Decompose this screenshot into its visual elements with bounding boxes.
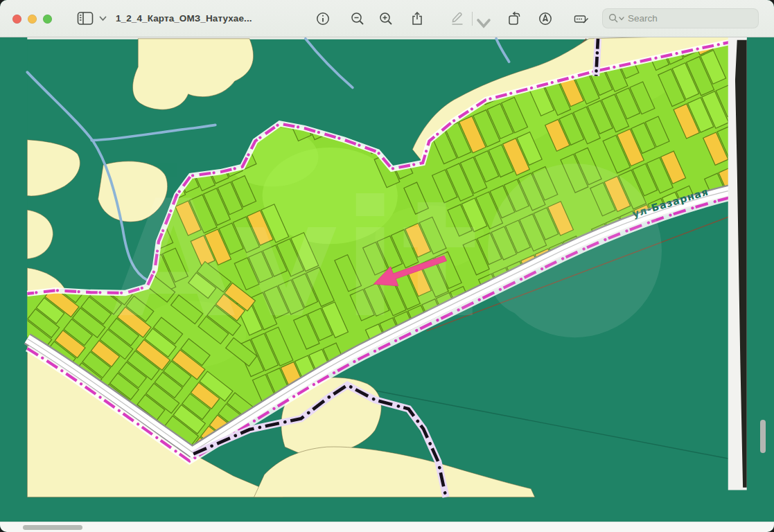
window-title: 1_2_4_Карта_ОМЗ_Натухае...: [116, 0, 252, 37]
toolbar: 1_2_4_Карта_ОМЗ_Натухае...: [0, 0, 774, 37]
close-button[interactable]: [12, 15, 21, 24]
vertical-scrollbar[interactable]: [760, 420, 766, 453]
zoom-out-button[interactable]: [350, 11, 365, 26]
search-icon: [608, 13, 619, 24]
watermark: Avito: [111, 163, 662, 353]
horizontal-scrollbar[interactable]: [23, 525, 82, 530]
chevron-down-icon[interactable]: [99, 16, 107, 21]
share-button[interactable]: [410, 11, 425, 26]
minimize-button[interactable]: [28, 15, 37, 24]
map-document[interactable]: ул-Базарная Avito: [0, 37, 774, 522]
svg-text:Avito: Avito: [111, 166, 597, 353]
toolbar-divider: [472, 12, 473, 26]
search-scope-chevron-icon[interactable]: [619, 17, 624, 21]
fill-and-sign-button[interactable]: [574, 11, 589, 26]
sidebar-toggle-button[interactable]: [77, 11, 107, 26]
preview-window: 1_2_4_Карта_ОМЗ_Натухае...: [0, 0, 774, 532]
zoom-in-button[interactable]: [378, 11, 394, 26]
horizontal-scrollbar-track[interactable]: [0, 522, 774, 532]
markup-pencil-button[interactable]: [450, 11, 465, 26]
fullscreen-button[interactable]: [43, 15, 52, 24]
info-button[interactable]: [315, 11, 331, 26]
map-canvas: ул-Базарная Avito: [0, 37, 774, 522]
search-placeholder: Search: [628, 13, 658, 24]
search-input[interactable]: Search: [602, 8, 759, 28]
markup-chevron-button[interactable]: [476, 16, 491, 31]
annotate-pen-button[interactable]: [538, 11, 553, 26]
rotate-left-button[interactable]: [507, 11, 522, 26]
sidebar-icon: [77, 11, 94, 26]
